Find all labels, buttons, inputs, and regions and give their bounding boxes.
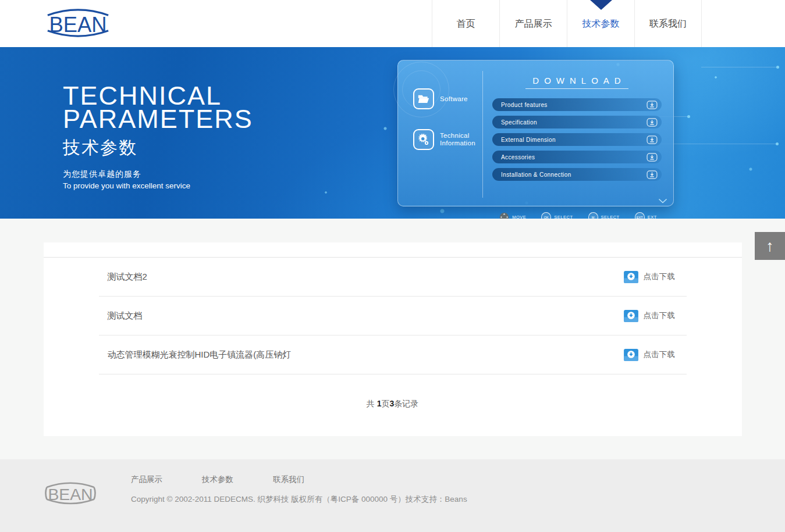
nav-item-label: 首页	[457, 19, 475, 28]
panel-item-installation-connection[interactable]: Installation & Connection	[492, 168, 662, 181]
download-tray-icon	[624, 349, 638, 361]
download-icon	[647, 170, 658, 179]
download-panel-title: DOWNLOAD	[525, 76, 628, 89]
chevron-down-icon[interactable]	[658, 195, 667, 206]
download-panel-title-wrap: DOWNLOAD	[492, 76, 662, 89]
nav-item-technical-parameters[interactable]: 技术参数	[567, 0, 634, 47]
download-link[interactable]: 点击下载	[624, 310, 675, 322]
download-panel-tabs: Software Technical Information	[398, 60, 482, 206]
download-icon	[647, 153, 658, 162]
footer: BEAN 产品展示 技术参数 联系我们 Copyright © 2002-201…	[0, 459, 785, 532]
nav-item-label: 联系我们	[649, 19, 687, 28]
footer-link-technical-parameters[interactable]: 技术参数	[202, 474, 233, 485]
hint-ext: EXT EXT	[635, 212, 657, 219]
brand-logo-text: BEAN	[49, 13, 106, 37]
download-link-label: 点击下载	[644, 310, 675, 321]
hero-subtitle-en: To provide you with excellent service	[63, 181, 253, 190]
nav-item-contact[interactable]: 联系我们	[634, 0, 702, 47]
panel-item-label: Specification	[501, 119, 537, 126]
footer-links: 产品展示 技术参数 联系我们	[131, 474, 467, 485]
pagination-prefix: 共	[367, 399, 377, 408]
download-link-label: 点击下载	[644, 272, 675, 282]
download-row: 测试文档2 点击下载	[44, 258, 742, 296]
active-tab-indicator-icon	[590, 0, 612, 10]
panel-tab-label: Software	[440, 95, 468, 103]
hero-banner: TECHNICAL PARAMETERS 技术参数 为您提供卓越的服务 To p…	[0, 47, 785, 219]
download-row: 测试文档 点击下载	[44, 297, 742, 335]
hint-label: SELECT	[601, 215, 620, 219]
download-icon	[647, 118, 658, 127]
download-row: 动态管理模糊光衰控制HID电子镇流器(高压钠灯 点击下载	[44, 335, 742, 374]
download-link-label: 点击下载	[644, 349, 675, 360]
hint-label: EXT	[648, 215, 657, 219]
m-key-icon: M	[588, 212, 598, 219]
panel-item-accessories[interactable]: Accessories	[492, 151, 662, 163]
download-panel-items: Product features Specification External …	[492, 98, 662, 181]
hero-subtitle-cn: 为您提供卓越的服务	[63, 169, 253, 180]
hint-m-select: M SELECT	[588, 212, 620, 219]
hint-ok-select: OK SELECT	[541, 212, 573, 219]
top-header: BEAN 首页 产品展示 技术参数 联系我们	[0, 0, 785, 47]
pagination-record-label: 条记录	[394, 399, 418, 408]
nav-item-products[interactable]: 产品展示	[499, 0, 567, 47]
brand-logo[interactable]: BEAN	[44, 6, 112, 42]
remote-hints: MOVE OK SELECT M SELECT EXT EXT	[483, 212, 673, 219]
back-to-top-button[interactable]: ↑	[755, 232, 785, 260]
panel-item-label: Accessories	[501, 154, 535, 160]
panel-item-external-dimension[interactable]: External Dimension	[492, 133, 662, 146]
nav-item-home[interactable]: 首页	[432, 0, 499, 47]
footer-logo-text: BEAN	[48, 485, 93, 504]
folder-icon	[413, 88, 434, 109]
download-panel-list: DOWNLOAD Product features Specification …	[482, 71, 673, 198]
hero-copy: TECHNICAL PARAMETERS 技术参数 为您提供卓越的服务 To p…	[63, 84, 253, 190]
downloads-panel: 测试文档2 点击下载 测试文档 点	[44, 242, 742, 436]
panel-item-label: Installation & Connection	[501, 172, 571, 178]
panel-tab-technical-information[interactable]: Technical Information	[398, 129, 482, 150]
panel-item-label: External Dimension	[501, 137, 556, 143]
ext-key-icon: EXT	[635, 212, 645, 219]
ok-key-icon: OK	[541, 212, 551, 219]
footer-link-contact[interactable]: 联系我们	[273, 474, 304, 485]
document-title-link[interactable]: 动态管理模糊光衰控制HID电子镇流器(高压钠灯	[108, 349, 292, 360]
gears-icon	[413, 129, 434, 150]
footer-brand-logo: BEAN	[44, 479, 97, 510]
dpad-icon	[499, 212, 509, 219]
panel-item-label: Product features	[501, 102, 548, 108]
hint-label: SELECT	[554, 215, 573, 219]
pagination-page-label: 页	[381, 399, 389, 408]
arrow-up-icon: ↑	[766, 238, 774, 254]
document-title-link[interactable]: 测试文档2	[108, 272, 147, 283]
download-tray-icon	[624, 310, 638, 322]
panel-header-strip	[44, 242, 742, 258]
download-link[interactable]: 点击下载	[624, 349, 675, 361]
panel-tab-software[interactable]: Software	[398, 88, 482, 109]
panel-item-specification[interactable]: Specification	[492, 116, 662, 128]
bean-logo-icon: BEAN	[44, 6, 112, 40]
bean-logo-icon: BEAN	[44, 479, 97, 508]
download-icon	[647, 135, 658, 144]
download-tray-icon	[624, 271, 638, 283]
hero-title-cn: 技术参数	[63, 136, 253, 160]
main-nav: 首页 产品展示 技术参数 联系我们	[432, 0, 702, 47]
hero-title-en-line2: PARAMETERS	[63, 108, 253, 131]
panel-tab-label: Technical Information	[440, 132, 482, 147]
main-content: 测试文档2 点击下载 测试文档 点	[0, 219, 785, 459]
document-title-link[interactable]: 测试文档	[108, 310, 143, 322]
panel-item-product-features[interactable]: Product features	[492, 98, 662, 111]
download-icon	[647, 101, 658, 109]
copyright-text: Copyright © 2002-2011 DEDECMS. 织梦科技 版权所有…	[131, 494, 467, 505]
hint-move: MOVE	[499, 212, 526, 219]
footer-body: 产品展示 技术参数 联系我们 Copyright © 2002-2011 DED…	[131, 474, 467, 505]
hint-label: MOVE	[512, 215, 526, 219]
nav-item-label: 技术参数	[582, 19, 620, 28]
download-link[interactable]: 点击下载	[624, 271, 675, 283]
footer-link-products[interactable]: 产品展示	[131, 474, 162, 485]
circuit-line	[701, 67, 777, 67]
nav-item-label: 产品展示	[515, 19, 552, 28]
download-panel-graphic: Software Technical Information	[397, 60, 674, 206]
pagination: 共 1页3条记录	[44, 374, 742, 436]
